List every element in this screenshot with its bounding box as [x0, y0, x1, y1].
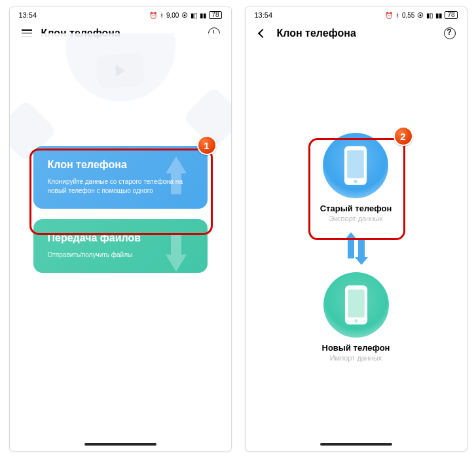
home-indicator[interactable]: [84, 443, 156, 446]
new-phone-option[interactable]: Новый телефон Импорт данных: [322, 272, 390, 362]
bg-shape: [182, 86, 231, 149]
wifi-icon: ⦿: [417, 12, 424, 19]
svg-rect-4: [348, 290, 365, 318]
bg-play-icon: [96, 53, 144, 89]
status-bar: 13:54 ⏰ ᚼ 9,00 ⦿ ▮▯ ▮▮ 78: [10, 7, 231, 20]
header: Клон телефона: [10, 20, 231, 48]
option-subtitle: Экспорт данных: [329, 215, 382, 222]
status-right: ⏰ ᚼ 0,55 ⦿ ▮▯ ▮▮ 78: [385, 11, 458, 19]
back-button[interactable]: [255, 26, 270, 41]
option-title: Старый телефон: [320, 203, 392, 213]
options-area: Старый телефон Экспорт данных Новый теле…: [246, 133, 467, 362]
svg-point-2: [354, 180, 357, 183]
signal-icon-1: ▮▯: [426, 12, 433, 19]
history-icon: [208, 27, 220, 39]
net-speed: 9,00: [166, 12, 179, 19]
chevron-left-icon: [259, 30, 266, 37]
option-title: Новый телефон: [322, 343, 390, 353]
option-subtitle: Импорт данных: [330, 354, 382, 362]
phone-icon: [340, 145, 371, 186]
home-indicator[interactable]: [320, 443, 392, 446]
net-speed: 0,55: [402, 12, 414, 19]
svg-rect-1: [348, 150, 365, 179]
card-desc: Отправить/получить файлы: [48, 251, 193, 260]
phone-icon: [340, 284, 372, 326]
cards-area: Клон телефона Клонируйте данные со старо…: [10, 146, 231, 273]
status-right: ⏰ ᚼ 9,00 ⦿ ▮▯ ▮▮ 78: [149, 11, 222, 19]
page-title: Клон телефона: [41, 27, 206, 39]
wifi-icon: ⦿: [181, 12, 188, 19]
header: Клон телефона: [246, 20, 467, 48]
bluetooth-icon: ᚼ: [395, 12, 399, 19]
screen-2: 13:54 ⏰ ᚼ 0,55 ⦿ ▮▯ ▮▮ 78 Клон телефона: [245, 7, 467, 451]
signal-icon-2: ▮▮: [435, 12, 442, 19]
swap-arrows-icon: [346, 234, 367, 263]
battery-indicator: 78: [445, 11, 457, 19]
background-decor: [9, 33, 232, 164]
old-phone-option[interactable]: Старый телефон Экспорт данных: [320, 133, 392, 222]
svg-point-5: [354, 319, 357, 323]
screen-1: 13:54 ⏰ ᚼ 9,00 ⦿ ▮▯ ▮▮ 78 Клон телефона …: [9, 7, 232, 451]
battery-indicator: 78: [209, 11, 221, 19]
menu-icon[interactable]: [19, 26, 35, 41]
phone-clone-card[interactable]: Клон телефона Клонируйте данные со старо…: [33, 146, 208, 209]
status-time: 13:54: [19, 11, 37, 19]
status-time: 13:54: [255, 11, 273, 19]
history-button[interactable]: [206, 26, 222, 41]
page-title: Клон телефона: [277, 27, 442, 39]
signal-icon-2: ▮▮: [200, 12, 206, 19]
new-phone-circle: [323, 272, 389, 338]
alarm-icon: ⏰: [385, 12, 393, 19]
old-phone-circle: [323, 133, 388, 198]
help-icon: [444, 27, 456, 39]
status-bar: 13:54 ⏰ ᚼ 0,55 ⦿ ▮▯ ▮▮ 78: [246, 7, 467, 20]
card-desc: Клонируйте данные со старого телефона на…: [48, 177, 193, 196]
alarm-icon: ⏰: [149, 12, 157, 19]
bluetooth-icon: ᚼ: [160, 12, 164, 19]
file-transfer-card[interactable]: Передача файлов Отправить/получить файлы: [33, 219, 208, 273]
signal-icon-1: ▮▯: [191, 12, 197, 19]
help-button[interactable]: [442, 26, 458, 41]
